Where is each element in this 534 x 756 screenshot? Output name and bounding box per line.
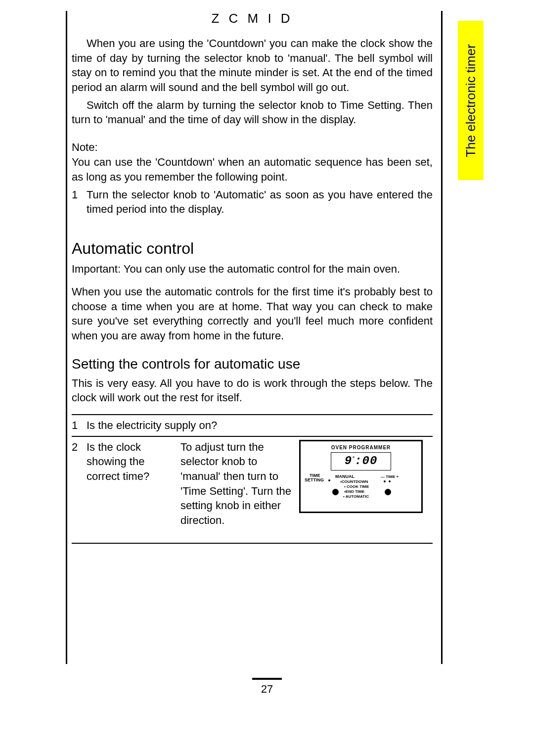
important-line: Important: You can only use the automati… xyxy=(72,263,433,276)
page-footer: 27 xyxy=(0,678,534,696)
footer-rule xyxy=(252,678,282,680)
table-rule-bottom xyxy=(72,543,433,544)
table-rule-mid xyxy=(72,436,433,437)
diagram-time-hours: 9 xyxy=(345,454,352,468)
diagram-label-automatic: • AUTOMATIC xyxy=(343,494,369,500)
note-body: You can use the 'Countdown' when an auto… xyxy=(72,155,433,184)
diagram-dot-right1 xyxy=(384,480,386,482)
left-vertical-rule xyxy=(66,11,67,664)
diagram-selector-knob-icon xyxy=(332,489,339,495)
page-number: 27 xyxy=(0,683,534,696)
diagram-label-time-plusminus: — TIME + xyxy=(381,474,399,480)
step-2-question: Is the clock showing the correct time? xyxy=(87,440,180,484)
heading-setting-controls: Setting the controls for automatic use xyxy=(72,356,433,372)
step-2-number: 2 xyxy=(72,440,87,455)
diagram-lower: TIME SETTING MANUAL •COUNTDOWN • COOK TI… xyxy=(301,472,421,507)
paragraph-countdown-2: Switch off the alarm by turning the sele… xyxy=(72,98,433,127)
note-list-text: Turn the selector knob to 'Automatic' as… xyxy=(87,188,433,217)
step-2-answer: To adjust turn the selector knob to 'man… xyxy=(180,440,294,528)
page-content: Z C M I D When you are using the 'Countd… xyxy=(72,11,433,547)
note-list-number: 1 xyxy=(72,188,87,217)
important-label: Important: xyxy=(72,263,121,275)
diagram-setting-knob-icon xyxy=(385,489,391,495)
oven-programmer-diagram: OVEN PROGRAMMER 9°:00 TIME SETTING MANUA… xyxy=(299,440,423,513)
diagram-dot-right2 xyxy=(389,480,391,482)
diagram-label-setting: SETTING xyxy=(305,477,324,483)
section-tab-label: The electronic timer xyxy=(463,44,479,157)
section-tab: The electronic timer xyxy=(458,21,484,180)
diagram-lcd: 9°:00 xyxy=(331,452,391,470)
diagram-label-manual: MANUAL xyxy=(335,473,355,479)
diagram-title: OVEN PROGRAMMER xyxy=(301,444,421,451)
right-vertical-rule xyxy=(441,11,443,664)
step-1-row: 1 Is the electricity supply on? xyxy=(72,418,433,433)
step-1-number: 1 xyxy=(72,418,87,433)
note-list-item: 1 Turn the selector knob to 'Automatic' … xyxy=(72,188,433,217)
step-2-row: 2 Is the clock showing the correct time?… xyxy=(72,440,433,528)
paragraph-countdown-1: When you are using the 'Countdown' you c… xyxy=(72,36,433,95)
step-1-text: Is the electricity supply on? xyxy=(87,418,433,433)
diagram-time-mins: 00 xyxy=(362,454,378,468)
note-heading: Note: xyxy=(72,141,433,154)
diagram-dot-left xyxy=(328,479,330,481)
page-header: Z C M I D xyxy=(72,11,433,26)
important-body: You can only use the automatic control f… xyxy=(121,263,400,275)
table-rule-top xyxy=(72,414,433,415)
paragraph-setting-intro: This is very easy. All you have to do is… xyxy=(72,376,433,405)
paragraph-auto-intro: When you use the automatic controls for … xyxy=(72,284,433,343)
heading-automatic-control: Automatic control xyxy=(72,239,433,258)
